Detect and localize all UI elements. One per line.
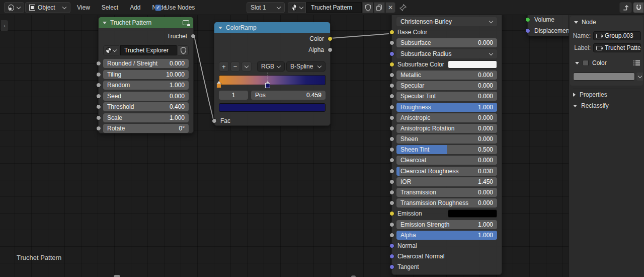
input-socket[interactable] — [389, 126, 394, 131]
colorramp-node[interactable]: ColorRamp ColorAlpha + − RGB B-Spline — [214, 22, 331, 126]
color-section-header[interactable]: Color — [575, 59, 640, 67]
reclassify-section-header[interactable]: Reclassify — [573, 101, 641, 111]
input-socket[interactable] — [389, 62, 394, 67]
nodegroup-name-field[interactable]: Truchet Explorer — [120, 45, 177, 55]
number-slider[interactable]: Anisotropic Rotation0.000 — [396, 124, 497, 133]
input-socket[interactable] — [389, 200, 394, 205]
input-socket[interactable] — [389, 136, 394, 142]
stop-position-field[interactable]: Pos 0.459 — [251, 91, 326, 100]
color-ramp-gradient[interactable] — [219, 75, 326, 85]
input-socket[interactable] — [96, 94, 101, 99]
number-slider[interactable]: Emission Strength1.000 — [396, 220, 497, 229]
color-mode-dropdown[interactable]: RGB — [257, 61, 285, 72]
truchet-node-header[interactable]: Truchet Pattern — [99, 17, 193, 28]
colorramp-node-header[interactable]: ColorRamp — [214, 22, 330, 33]
input-socket[interactable] — [525, 28, 530, 33]
ramp-options-dropdown[interactable] — [242, 61, 252, 72]
pin-toggle[interactable] — [399, 4, 407, 12]
number-slider[interactable]: Specular Tint0.000 — [396, 92, 497, 101]
truchet-pattern-node[interactable]: Truchet Pattern Truchet Truchet Explorer… — [98, 17, 194, 133]
node-label-field[interactable]: Truchet Pattern — [593, 43, 641, 52]
sidebar-left-toggle[interactable]: › — [1, 20, 8, 31]
number-slider[interactable]: Scale1.000 — [103, 113, 189, 122]
input-socket[interactable] — [389, 158, 394, 163]
principled-bsdf-node[interactable]: Christensen-BurleyBase ColorSubsurface0.… — [391, 11, 502, 275]
output-socket[interactable] — [328, 47, 333, 52]
color-swatch[interactable] — [448, 60, 497, 68]
output-socket[interactable] — [328, 36, 333, 41]
number-slider[interactable]: Alpha1.000 — [396, 231, 497, 240]
input-socket[interactable] — [96, 61, 101, 66]
number-slider[interactable]: Subsurface0.000 — [396, 38, 497, 47]
number-slider[interactable]: Threshold0.400 — [103, 102, 189, 111]
node-color-swatch[interactable] — [573, 73, 635, 81]
input-socket[interactable] — [389, 30, 394, 35]
input-socket[interactable] — [389, 169, 394, 174]
input-socket[interactable] — [389, 105, 394, 110]
input-socket[interactable] — [96, 126, 101, 131]
unlink-material-button[interactable]: ✕ — [385, 2, 395, 13]
input-socket[interactable] — [389, 222, 394, 227]
number-slider[interactable]: Seed0.000 — [103, 92, 189, 101]
number-slider[interactable]: Anisotropic0.000 — [396, 113, 497, 122]
dropdown[interactable]: Christensen-Burley — [396, 17, 497, 26]
custom-color-checkbox[interactable] — [583, 60, 589, 66]
input-socket[interactable] — [389, 94, 394, 99]
input-socket[interactable] — [389, 211, 394, 216]
new-material-button[interactable] — [374, 2, 385, 13]
material-slot-dropdown[interactable]: Slot 1 — [247, 2, 285, 13]
go-to-parent-tree-button[interactable] — [619, 2, 632, 13]
material-name-field[interactable]: Truchet Pattern — [306, 2, 362, 13]
input-socket[interactable] — [389, 179, 394, 184]
editor-type-dropdown[interactable] — [4, 2, 24, 13]
dropdown[interactable]: Subsurface Radius — [396, 49, 497, 58]
input-socket[interactable] — [96, 72, 101, 77]
collapse-triangle-icon[interactable] — [103, 22, 107, 24]
color-swatch[interactable] — [448, 210, 497, 218]
number-slider[interactable]: Transmission0.000 — [396, 188, 497, 197]
fake-user-toggle[interactable] — [178, 45, 189, 55]
input-socket[interactable] — [389, 264, 394, 269]
use-nodes-toggle[interactable]: ✓ Use Nodes — [155, 0, 195, 15]
number-slider[interactable]: Roughness1.000 — [396, 103, 497, 112]
material-output-node[interactable]: VolumeDisplacement — [527, 12, 574, 36]
color-options-button[interactable] — [636, 73, 643, 81]
node-name-field[interactable]: Group.003 — [593, 31, 641, 40]
number-slider[interactable]: Specular0.000 — [396, 81, 497, 90]
input-socket[interactable] — [389, 40, 394, 45]
collapse-triangle-icon[interactable] — [218, 27, 222, 29]
preset-list-icon[interactable] — [633, 60, 640, 65]
menu-select[interactable]: Select — [99, 3, 121, 12]
remove-stop-button[interactable]: − — [230, 61, 240, 72]
input-socket[interactable] — [389, 233, 394, 238]
number-slider[interactable]: Tiling10.000 — [103, 70, 189, 79]
active-stop-color-swatch[interactable] — [219, 103, 326, 112]
number-field[interactable]: IOR1.450 — [396, 177, 497, 186]
number-slider[interactable]: Transmission Roughness0.000 — [396, 198, 497, 207]
truchet-output-socket[interactable] — [191, 34, 196, 39]
menu-view[interactable]: View — [74, 3, 93, 12]
input-socket[interactable] — [389, 83, 394, 88]
fake-user-toggle[interactable] — [362, 2, 373, 13]
fac-input-socket[interactable] — [212, 118, 217, 123]
number-slider[interactable]: Rotate0° — [103, 124, 189, 133]
add-stop-button[interactable]: + — [219, 61, 229, 72]
snap-toggle[interactable] — [633, 2, 644, 13]
input-socket[interactable] — [525, 17, 530, 22]
browse-nodegroup-button[interactable] — [103, 45, 119, 55]
number-slider[interactable]: Metallic0.000 — [396, 71, 497, 80]
interpolation-dropdown[interactable]: B-Spline — [286, 61, 326, 72]
number-slider[interactable]: Clearcoat Roughness0.030 — [396, 167, 497, 176]
number-slider[interactable]: Random1.000 — [103, 81, 189, 90]
browse-material-button[interactable] — [288, 2, 306, 13]
input-socket[interactable] — [389, 147, 394, 152]
number-slider[interactable]: Sheen0.000 — [396, 134, 497, 144]
number-slider[interactable]: Sheen Tint0.500 — [396, 145, 497, 154]
input-socket[interactable] — [389, 254, 394, 259]
menu-add[interactable]: Add — [127, 3, 143, 12]
input-socket[interactable] — [96, 115, 101, 120]
input-socket[interactable] — [389, 115, 394, 120]
input-socket[interactable] — [389, 73, 394, 78]
input-socket[interactable] — [96, 104, 101, 109]
input-socket[interactable] — [389, 51, 394, 56]
